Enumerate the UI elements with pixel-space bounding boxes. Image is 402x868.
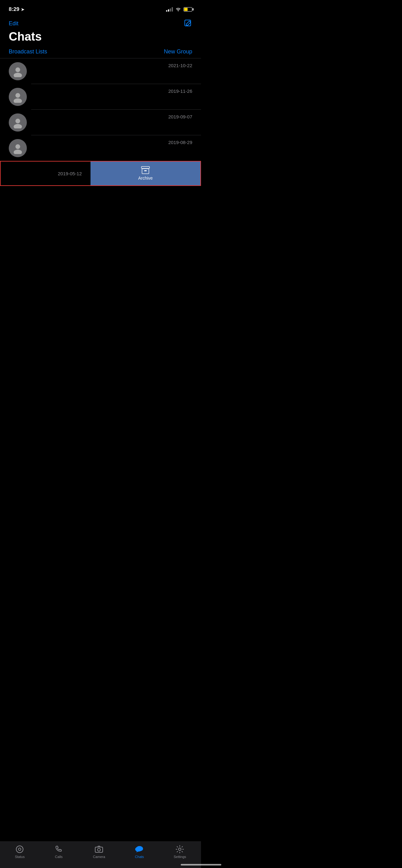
archive-label: Archive — [138, 176, 153, 181]
chat-list: 2021-10-22 2019-11-26 2019 — [0, 58, 201, 161]
swipe-chat-content: 2019-05-12 — [1, 161, 91, 185]
chat-item[interactable]: 2019-08-29 — [0, 135, 201, 161]
status-bar: 8:29 ➤ — [0, 0, 201, 17]
edit-button[interactable]: Edit — [9, 20, 19, 27]
location-arrow-icon: ➤ — [21, 7, 24, 12]
battery-icon — [183, 7, 192, 11]
svg-point-5 — [15, 119, 20, 123]
page-title: Chats — [0, 29, 201, 49]
svg-rect-11 — [144, 170, 147, 171]
chat-item[interactable]: 2019-09-07 — [0, 110, 201, 135]
chat-date: 2019-11-26 — [168, 88, 192, 94]
svg-point-7 — [15, 144, 20, 149]
status-icons — [166, 7, 192, 11]
swipe-chat-date: 2019-05-12 — [58, 171, 82, 176]
chat-date: 2019-09-07 — [168, 114, 192, 119]
compose-icon[interactable] — [184, 19, 192, 28]
svg-rect-9 — [141, 166, 149, 168]
chat-item[interactable]: 2021-10-22 — [0, 58, 201, 84]
chat-date: 2019-08-29 — [168, 139, 192, 145]
svg-point-3 — [15, 93, 20, 98]
header: Edit — [0, 17, 201, 29]
swipe-action-row[interactable]: 2019-05-12 Archive — [0, 161, 201, 186]
wifi-icon — [175, 7, 181, 11]
svg-point-1 — [15, 67, 20, 72]
avatar — [9, 62, 27, 80]
avatar — [9, 88, 27, 106]
chat-date: 2021-10-22 — [168, 62, 192, 68]
chat-item[interactable]: 2019-11-26 — [0, 84, 201, 110]
status-time: 8:29 ➤ — [9, 6, 24, 12]
empty-space — [0, 186, 201, 373]
svg-point-2 — [14, 73, 22, 77]
svg-point-8 — [14, 150, 22, 154]
avatar — [9, 139, 27, 157]
actions-row: Broadcast Lists New Group — [0, 49, 201, 58]
archive-icon — [141, 166, 150, 174]
new-group-button[interactable]: New Group — [164, 49, 192, 55]
signal-icon — [166, 7, 173, 11]
broadcast-lists-button[interactable]: Broadcast Lists — [9, 49, 47, 55]
avatar — [9, 114, 27, 131]
archive-icon-wrap: Archive — [138, 166, 153, 181]
svg-point-4 — [14, 98, 22, 103]
archive-action-button[interactable]: Archive — [91, 161, 200, 185]
svg-point-6 — [14, 124, 22, 128]
